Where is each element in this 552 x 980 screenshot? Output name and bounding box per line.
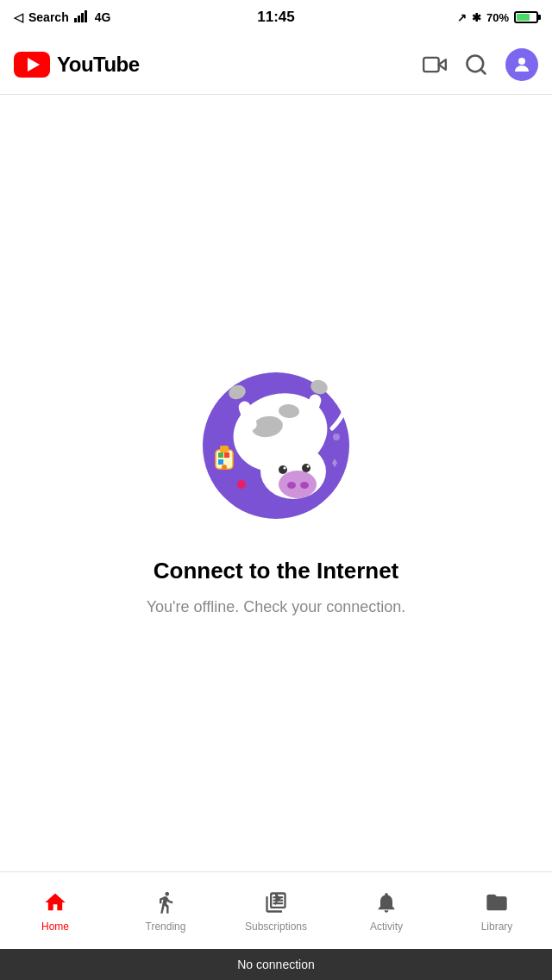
svg-point-21	[307, 465, 310, 467]
carrier-label: Search	[28, 10, 69, 24]
svg-line-6	[480, 69, 485, 73]
svg-rect-29	[218, 453, 223, 458]
youtube-title: YouTube	[57, 53, 140, 77]
nav-item-home[interactable]: Home	[0, 889, 110, 933]
svg-point-18	[279, 465, 287, 474]
search-button[interactable]	[464, 53, 488, 77]
status-left: ◁ Search 4G	[14, 10, 110, 25]
svg-point-10	[333, 434, 340, 440]
subscriptions-icon	[264, 889, 288, 915]
youtube-play-icon	[14, 52, 50, 78]
svg-rect-4	[423, 57, 439, 71]
svg-point-32	[340, 373, 354, 384]
home-icon	[43, 889, 67, 915]
nav-item-subscriptions[interactable]: Subscriptions	[221, 889, 331, 933]
no-connection-banner: No connection	[0, 949, 552, 980]
offline-illustration	[190, 351, 362, 523]
svg-point-17	[300, 482, 309, 489]
svg-rect-34	[273, 896, 284, 898]
svg-point-16	[287, 482, 296, 489]
offline-subtitle: You're offline. Check your connection.	[147, 598, 406, 616]
svg-rect-30	[224, 453, 229, 458]
offline-title: Connect to the Internet	[154, 558, 399, 584]
youtube-header: YouTube	[0, 34, 552, 95]
activity-icon	[374, 889, 398, 915]
svg-rect-3	[85, 10, 87, 22]
status-time: 11:45	[257, 9, 294, 26]
back-arrow-icon: ◁	[14, 10, 23, 24]
status-right: ↗ ✱ 70%	[457, 11, 538, 24]
svg-point-9	[237, 480, 246, 489]
svg-rect-1	[78, 16, 80, 22]
svg-point-20	[284, 466, 286, 469]
svg-rect-0	[74, 18, 77, 22]
svg-rect-36	[273, 902, 284, 904]
home-label: Home	[41, 921, 69, 933]
battery-icon	[514, 11, 538, 23]
camera-button[interactable]	[423, 53, 447, 77]
battery-percent: 70%	[486, 11, 509, 24]
svg-rect-2	[81, 13, 84, 22]
svg-point-15	[279, 471, 317, 498]
status-bar: ◁ Search 4G 11:45 ↗ ✱ 70%	[0, 0, 552, 34]
trending-icon	[154, 889, 178, 915]
trending-label: Trending	[146, 921, 186, 933]
location-icon: ↗	[457, 11, 467, 24]
library-icon	[485, 889, 509, 915]
nav-item-activity[interactable]: Activity	[331, 889, 442, 933]
svg-rect-27	[220, 446, 229, 453]
no-connection-text: No connection	[237, 958, 315, 971]
main-content: Connect to the Internet You're offline. …	[0, 95, 552, 871]
activity-label: Activity	[370, 921, 403, 933]
svg-point-7	[518, 58, 525, 65]
nav-item-library[interactable]: Library	[442, 889, 552, 933]
svg-rect-35	[273, 899, 284, 901]
bottom-nav: Home Trending Subscriptions	[0, 871, 552, 949]
signal-icon	[74, 10, 90, 25]
nav-item-trending[interactable]: Trending	[110, 889, 221, 933]
svg-point-28	[222, 465, 227, 470]
network-type-label: 4G	[95, 10, 111, 24]
svg-point-19	[302, 464, 310, 472]
subscriptions-label: Subscriptions	[245, 921, 307, 933]
svg-rect-31	[218, 459, 223, 465]
bluetooth-icon: ✱	[472, 11, 481, 24]
youtube-logo[interactable]: YouTube	[14, 52, 140, 78]
account-avatar[interactable]	[505, 48, 538, 81]
library-label: Library	[481, 921, 513, 933]
header-icons	[423, 48, 538, 81]
